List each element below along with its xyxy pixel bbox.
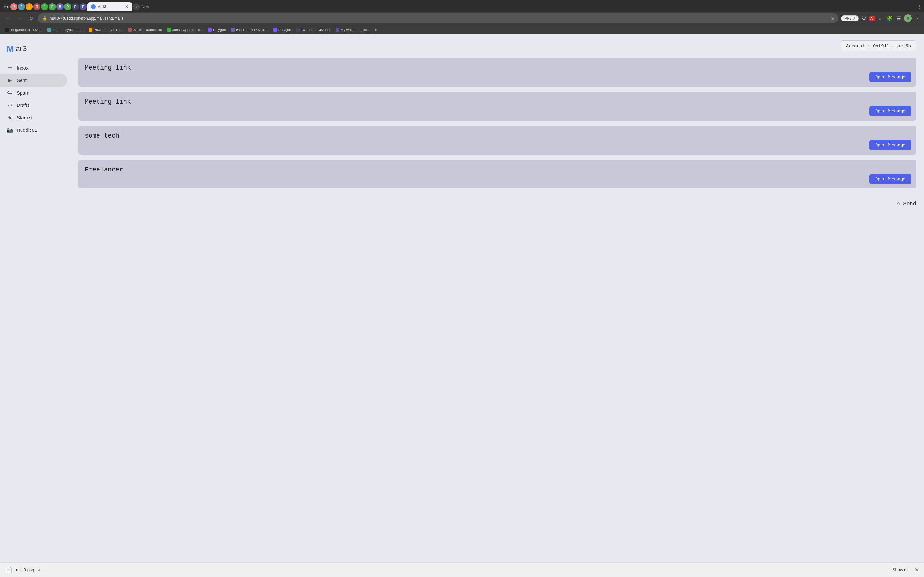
- inbox-icon: ▭: [6, 65, 13, 71]
- lock-icon: 🔒: [42, 16, 47, 21]
- tab-icon-5: J: [41, 3, 48, 10]
- drafts-icon: ✉: [6, 102, 13, 108]
- share-icon: ⊙: [830, 16, 834, 21]
- app-logo: M ail3: [0, 40, 71, 61]
- tab-bar: M3 16 C ⚡ R J P B P D F Mail3 ✕ + New ⋮: [0, 0, 924, 11]
- bookmark-favicon-eth: [89, 28, 92, 32]
- bookmark-favicon-crypto: [47, 28, 51, 32]
- starred-label: Starred: [17, 115, 32, 120]
- logo-text: ail3: [16, 45, 27, 53]
- bookmark-label-crypto: Latest Crypto Job...: [53, 28, 83, 32]
- extension-btn-2[interactable]: ☆: [877, 15, 884, 22]
- bookmark-label-jobs: Jobs | Opportuniti...: [172, 28, 203, 32]
- main-content: Account : 0xf941...acf6b Meeting link Op…: [71, 34, 924, 577]
- tab-close-mail3[interactable]: ✕: [125, 5, 128, 9]
- browser-menu-btn[interactable]: ⋮: [914, 15, 921, 22]
- sidebar-item-inbox[interactable]: ▭ Inbox: [0, 61, 67, 74]
- tab-icon-2: C: [18, 3, 25, 10]
- email-subject-3: some tech: [85, 132, 120, 139]
- address-bar[interactable]: 🔒 mail3-7c81dd.spheron.app/mail/sentEmai…: [38, 13, 838, 23]
- bookmark-label-dev: 16 games for deve...: [10, 28, 42, 32]
- account-header: Account : 0xf941...acf6b: [78, 40, 916, 51]
- url-text: mail3-7c81dd.spheron.app/mail/sentEmails: [50, 16, 828, 21]
- tab-mail3[interactable]: Mail3 ✕: [87, 2, 132, 11]
- bookmark-label-polygon: Polygon: [213, 28, 226, 32]
- starred-icon: ★: [6, 114, 13, 121]
- drafts-label: Drafts: [17, 102, 29, 108]
- spam-label: Spam: [17, 90, 29, 95]
- tab-new-icon: +: [133, 3, 140, 10]
- bookmark-label-filfox: My wallet - Filfox...: [341, 28, 370, 32]
- tab-icon-6: P: [49, 3, 56, 10]
- bookmark-more-label: »: [375, 28, 377, 32]
- email-card-3: some tech Open Message: [78, 126, 916, 155]
- show-all-button[interactable]: Show all: [890, 566, 911, 574]
- bookmark-dcreate[interactable]: DCreate | Devpost: [294, 27, 332, 32]
- tab-icon-9: D: [72, 3, 79, 10]
- bookmark-polygon[interactable]: Polygon: [206, 27, 228, 32]
- bookmark-polygon2[interactable]: Polygon: [271, 27, 293, 32]
- browser-menu-icon[interactable]: ⋮: [917, 4, 921, 9]
- download-chevron-icon[interactable]: ∧: [38, 568, 41, 572]
- download-bar: 📄 mail3.png ∧ Show all ✕: [0, 562, 924, 577]
- bookmark-rabbithole[interactable]: Skills | RabbitHole: [126, 27, 164, 32]
- bookmark-dev[interactable]: 16 games for deve...: [3, 27, 44, 32]
- sidebar-toggle-btn[interactable]: ☰: [895, 15, 902, 22]
- tab-icon-7: B: [57, 3, 63, 10]
- tab-icon-4: R: [33, 3, 40, 10]
- bookmark-favicon-blockchain: [231, 28, 235, 32]
- sidebar-item-spam[interactable]: 🏷 Spam: [0, 87, 67, 99]
- open-message-btn-1[interactable]: Open Message: [869, 72, 911, 82]
- bookmark-label-rh: Skills | RabbitHole: [134, 28, 162, 32]
- bookmark-label-blockchain: Blockchain Develo...: [236, 28, 268, 32]
- email-card-1: Meeting link Open Message: [78, 58, 916, 87]
- sidebar: M ail3 ▭ Inbox ▶ Sent 🏷 Spam ✉ Drafts ★ …: [0, 34, 71, 577]
- puzzle-btn[interactable]: 🧩: [885, 15, 893, 22]
- open-message-btn-3[interactable]: Open Message: [869, 140, 911, 150]
- tab-new-label[interactable]: New: [142, 5, 149, 9]
- bookmark-crypto[interactable]: Latest Crypto Job...: [45, 27, 85, 32]
- brave-shield-btn[interactable]: 🛡: [861, 15, 867, 22]
- email-subject-1: Meeting link: [85, 64, 131, 71]
- bookmark-blockchain[interactable]: Blockchain Develo...: [229, 27, 270, 32]
- reload-button[interactable]: ↻: [26, 14, 35, 23]
- profile-btn[interactable]: 👤: [904, 15, 912, 22]
- tab-icon-1: 16: [10, 3, 17, 10]
- bookmark-eth[interactable]: Powered by ETH...: [87, 27, 125, 32]
- browser-chrome: M3 16 C ⚡ R J P B P D F Mail3 ✕ + New ⋮ …: [0, 0, 924, 34]
- forward-button[interactable]: →: [15, 14, 24, 23]
- sent-icon: ▶: [6, 77, 13, 83]
- bookmark-filfox[interactable]: My wallet - Filfox...: [334, 27, 372, 32]
- tab-favicon-m3: M3: [3, 3, 10, 10]
- open-message-btn-2[interactable]: Open Message: [869, 106, 911, 116]
- sidebar-item-drafts[interactable]: ✉ Drafts: [0, 99, 67, 111]
- email-card-4: Freelancer Open Message: [78, 160, 916, 189]
- back-button[interactable]: ←: [3, 14, 12, 23]
- send-icon: ✈: [897, 200, 901, 207]
- huddle-icon: 📷: [6, 127, 13, 133]
- bookmark-more[interactable]: »: [373, 27, 379, 32]
- sidebar-item-huddle[interactable]: 📷 Huddle01: [0, 124, 67, 136]
- send-button[interactable]: ✈ Send: [897, 200, 916, 207]
- sidebar-item-starred[interactable]: ★ Starred: [0, 111, 67, 124]
- ipfs-btn[interactable]: IPFS ↗: [841, 15, 859, 21]
- bookmark-jobs[interactable]: Jobs | Opportuniti...: [165, 27, 205, 32]
- bookmark-favicon-polygon2: [273, 28, 277, 32]
- send-area: ✈ Send: [78, 193, 916, 210]
- tab-icon-8: P: [64, 3, 71, 10]
- bookmark-favicon-rh: [128, 28, 132, 32]
- bookmark-bar: 16 games for deve... Latest Crypto Job..…: [0, 25, 924, 34]
- browser-toolbar: ← → ↻ 🔒 mail3-7c81dd.spheron.app/mail/se…: [0, 11, 924, 25]
- bookmark-label-dcreate: DCreate | Devpost: [301, 28, 330, 32]
- bookmark-label-polygon2: Polygon: [278, 28, 291, 32]
- bookmark-favicon-polygon: [208, 28, 212, 32]
- download-bar-close-button[interactable]: ✕: [915, 567, 919, 573]
- toolbar-right: IPFS ↗ 🛡 A! ☆ 🧩 ☰ 👤 ⋮: [841, 15, 921, 22]
- app-container: M ail3 ▭ Inbox ▶ Sent 🏷 Spam ✉ Drafts ★ …: [0, 34, 924, 577]
- email-subject-4: Freelancer: [85, 166, 123, 173]
- extension-btn-1[interactable]: A!: [869, 16, 875, 21]
- tab-icon-3: ⚡: [26, 3, 33, 10]
- email-card-2: Meeting link Open Message: [78, 92, 916, 121]
- sidebar-item-sent[interactable]: ▶ Sent: [0, 74, 67, 87]
- open-message-btn-4[interactable]: Open Message: [869, 174, 911, 184]
